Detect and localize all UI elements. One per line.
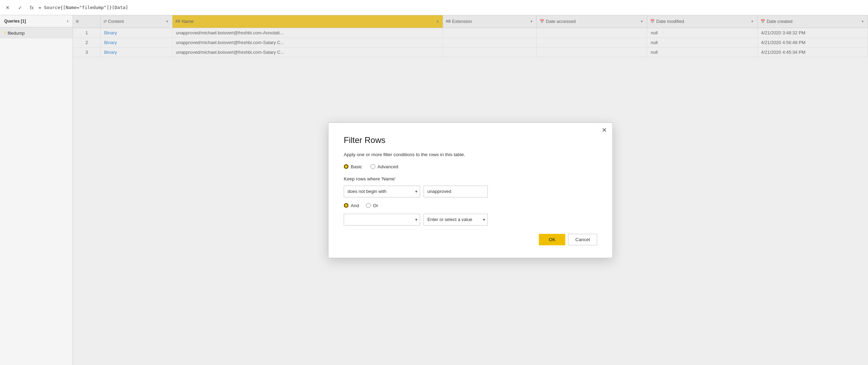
grid-area: ⊞ ⇄ Content ▾ AB Name	[73, 15, 868, 365]
connector-or-text: Or	[373, 203, 378, 208]
filter-value-input-1[interactable]	[424, 186, 488, 197]
connector-or-radio[interactable]	[366, 203, 371, 208]
sidebar-item-label: filedump	[8, 31, 25, 36]
filter-rows-dialog: ✕ Filter Rows Apply one or more filter c…	[328, 122, 613, 258]
dialog-overlay: ✕ Filter Rows Apply one or more filter c…	[73, 15, 868, 365]
formula-cancel-button[interactable]: ✕	[3, 3, 12, 12]
formula-fx-label: fx	[28, 5, 36, 10]
filter-row-1: does not begin with equals does not equa…	[344, 186, 597, 197]
keep-rows-label: Keep rows where 'Name'	[344, 176, 597, 181]
mode-advanced-text: Advanced	[377, 164, 398, 169]
condition-select-wrapper-2	[344, 214, 420, 226]
mode-advanced-radio[interactable]	[370, 164, 375, 169]
dialog-close-button[interactable]: ✕	[602, 127, 607, 133]
value-select-2[interactable]: Enter or select a value	[424, 214, 488, 226]
mode-basic-text: Basic	[351, 164, 362, 169]
connector-and-text: And	[351, 203, 359, 208]
dialog-footer: OK Cancel	[344, 234, 597, 245]
value-select-wrapper-2: Enter or select a value	[424, 214, 488, 226]
formula-input[interactable]	[39, 5, 865, 10]
cancel-button[interactable]: Cancel	[568, 234, 597, 245]
dialog-description: Apply one or more filter conditions to t…	[344, 152, 597, 157]
ok-button[interactable]: OK	[539, 234, 565, 245]
connector-and-label[interactable]: And	[344, 203, 359, 208]
sidebar: Queries [1] ‹ ! filedump	[0, 15, 73, 365]
condition-select-wrapper: does not begin with equals does not equa…	[344, 186, 420, 197]
connector-or-label[interactable]: Or	[366, 203, 378, 208]
sidebar-header: Queries [1] ‹	[0, 15, 73, 27]
mode-basic-label[interactable]: Basic	[344, 164, 362, 169]
connector-group: And Or	[344, 203, 597, 208]
condition-select[interactable]: does not begin with equals does not equa…	[344, 186, 420, 197]
condition-select-2[interactable]	[344, 214, 420, 226]
mode-radio-group: Basic Advanced	[344, 164, 597, 169]
warning-icon: !	[4, 30, 6, 36]
sidebar-title: Queries [1]	[4, 19, 26, 24]
connector-and-radio[interactable]	[344, 203, 349, 208]
sidebar-collapse-button[interactable]: ‹	[67, 19, 68, 24]
filter-row-2: Enter or select a value	[344, 214, 597, 226]
formula-bar: ✕ ✓ fx	[0, 0, 868, 15]
sidebar-item-filedump[interactable]: ! filedump	[0, 27, 73, 39]
formula-confirm-button[interactable]: ✓	[15, 3, 25, 12]
main-content: Queries [1] ‹ ! filedump ⊞ ⇄	[0, 15, 868, 365]
dialog-title: Filter Rows	[344, 135, 597, 145]
mode-advanced-label[interactable]: Advanced	[370, 164, 398, 169]
mode-basic-radio[interactable]	[344, 164, 349, 169]
